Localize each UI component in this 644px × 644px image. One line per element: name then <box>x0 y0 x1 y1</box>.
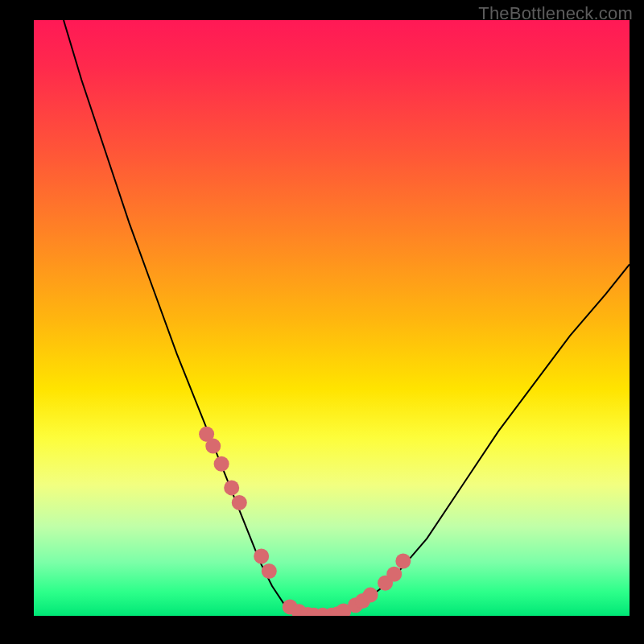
marker-dot <box>232 495 247 510</box>
chart-frame: TheBottleneck.com <box>0 0 644 644</box>
marker-dot <box>363 588 378 603</box>
chart-overlay <box>34 20 630 616</box>
marker-dot <box>386 567 402 582</box>
marker-dot <box>254 549 269 564</box>
marker-group <box>199 427 411 616</box>
bottleneck-curve <box>64 20 630 616</box>
marker-dot <box>214 456 229 472</box>
marker-dot <box>262 564 277 579</box>
plot-area <box>34 20 630 616</box>
marker-dot <box>395 553 411 568</box>
marker-dot <box>224 480 239 495</box>
marker-dot <box>205 439 221 454</box>
